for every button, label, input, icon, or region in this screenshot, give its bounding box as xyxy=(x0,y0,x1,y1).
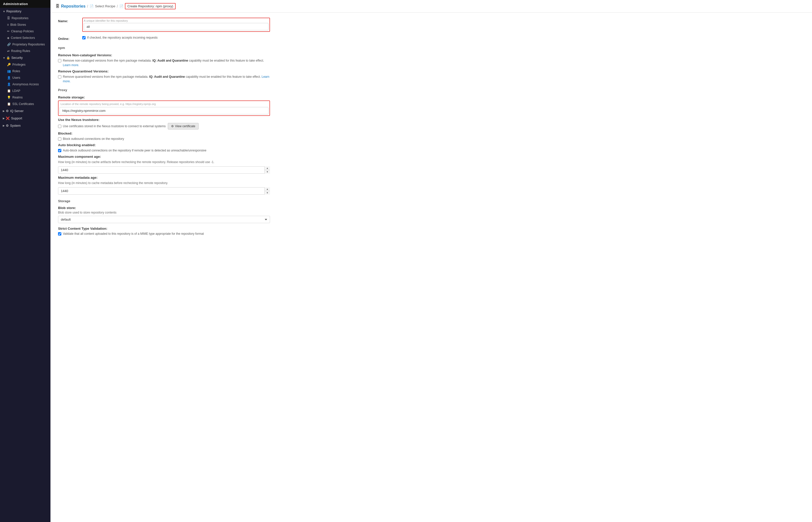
remove-quarantined-block: Remove Quarantined Versions: Remove quar… xyxy=(58,69,270,83)
sidebar-section-repository[interactable]: ▼ Repository xyxy=(0,8,50,15)
auto-blocking-desc: Auto-block outbound connections on the r… xyxy=(63,148,206,153)
sidebar-item-blob-stores-label: Blob Stores xyxy=(11,23,26,26)
sidebar-item-routing-rules[interactable]: ⇌ Routing Rules xyxy=(0,48,50,54)
strict-content-desc: Validate that all content uploaded to th… xyxy=(63,232,204,236)
blob-store-block: Blob store: Blob store used to store rep… xyxy=(58,206,270,223)
npm-section-label: npm xyxy=(58,46,270,51)
remove-quarantined-checkbox[interactable] xyxy=(58,75,61,79)
remote-storage-input[interactable] xyxy=(60,107,269,114)
ldap-icon: 📋 xyxy=(7,89,11,93)
remove-quarantined-row: Remove quarantined versions from the npm… xyxy=(58,75,270,83)
caret-iq: ▶ xyxy=(3,109,5,112)
online-checkbox[interactable] xyxy=(82,36,86,39)
sidebar-item-cleanup-label: Cleanup Policies xyxy=(11,29,34,33)
online-checkbox-row: If checked, the repository accepts incom… xyxy=(82,35,270,40)
repo-breadcrumb-icon: 🗄 xyxy=(56,4,60,8)
strict-content-checkbox[interactable] xyxy=(58,232,61,236)
online-control: If checked, the repository accepts incom… xyxy=(82,35,270,41)
sidebar-item-anonymous-access[interactable]: 👤 Anonymous Access xyxy=(0,81,50,87)
max-metadata-age-input[interactable] xyxy=(58,187,270,195)
sidebar-item-ldap-label: LDAP xyxy=(12,89,20,93)
blob-store-desc: Blob store used to store repository cont… xyxy=(58,211,270,214)
blocked-row: Block outbound connections on the reposi… xyxy=(58,137,270,141)
remote-storage-block: Remote storage: Location of the remote r… xyxy=(58,95,270,116)
auto-blocking-block: Auto blocking enabled: Auto-block outbou… xyxy=(58,143,270,153)
max-component-age-title: Maximum component age: xyxy=(58,155,270,159)
caret-repository: ▼ xyxy=(3,10,5,13)
sidebar-item-routing-label: Routing Rules xyxy=(11,49,30,53)
sidebar-item-proprietary-repos[interactable]: 🔗 Proprietary Repositories xyxy=(0,41,50,48)
remove-non-cataloged-learn-more[interactable]: Learn more. xyxy=(63,63,79,67)
sidebar-item-ssl-certs[interactable]: 📋 SSL Certificates xyxy=(0,101,50,107)
remove-non-cataloged-title: Remove Non-cataloged Versions: xyxy=(58,53,270,57)
max-metadata-age-up[interactable]: ▲ xyxy=(265,187,270,191)
users-icon: 👤 xyxy=(7,76,11,80)
sidebar-section-system-label: System xyxy=(10,124,21,127)
repositories-breadcrumb-link[interactable]: Repositories xyxy=(61,4,86,8)
max-component-age-down[interactable]: ▼ xyxy=(265,170,270,174)
storage-section: Storage Blob store: Blob store used to s… xyxy=(58,199,270,236)
proxy-section-label: Proxy xyxy=(58,88,270,93)
sidebar-item-proprietary-label: Proprietary Repositories xyxy=(12,43,45,46)
remove-non-cataloged-checkbox[interactable] xyxy=(58,59,61,62)
security-lock-icon: 🔒 xyxy=(6,56,10,60)
realms-icon: 💡 xyxy=(7,96,11,99)
blocked-desc: Block outbound connections on the reposi… xyxy=(63,137,124,141)
blocked-checkbox[interactable] xyxy=(58,137,61,141)
sidebar-section-repository-label: Repository xyxy=(6,9,21,13)
online-field-row: Online: If checked, the repository accep… xyxy=(58,35,270,41)
max-component-age-desc: How long (in minutes) to cache artifacts… xyxy=(58,160,270,164)
sidebar-item-cleanup-policies[interactable]: ✏ Cleanup Policies xyxy=(0,28,50,35)
name-input[interactable] xyxy=(84,23,269,30)
max-component-age-spinners: ▲ ▼ xyxy=(265,166,270,174)
sidebar-item-content-selectors[interactable]: ◈ Content Selectors xyxy=(0,35,50,41)
name-label: Name: xyxy=(58,18,78,23)
max-metadata-age-down[interactable]: ▼ xyxy=(265,191,270,195)
sidebar-section-security-label: Security xyxy=(12,56,23,60)
remove-non-cataloged-block: Remove Non-cataloged Versions: Remove no… xyxy=(58,53,270,67)
auto-blocking-title: Auto blocking enabled: xyxy=(58,143,270,147)
remove-quarantined-title: Remove Quarantined Versions: xyxy=(58,69,270,73)
anon-icon: 👤 xyxy=(7,83,11,86)
sidebar-section-support[interactable]: ▶ ❌ Support xyxy=(0,115,50,122)
sidebar-item-blob-stores[interactable]: ≡ Blob Stores xyxy=(0,21,50,28)
remove-non-cataloged-desc: Remove non-cataloged versions from the n… xyxy=(63,58,270,67)
sidebar-section-security[interactable]: ▼ 🔒 Security xyxy=(0,54,50,61)
sidebar-item-repositories[interactable]: 🗄 Repositories xyxy=(0,15,50,21)
online-label: Online: xyxy=(58,35,78,41)
recipe-breadcrumb-icon: 📄 xyxy=(89,4,93,8)
breadcrumb-sep-1: / xyxy=(87,4,88,8)
max-metadata-age-block: Maximum metadata age: How long (in minut… xyxy=(58,176,270,195)
sidebar-section-iq-server[interactable]: ▶ ⚙ IQ Server xyxy=(0,107,50,115)
max-metadata-age-desc: How long (in minutes) to cache metadata … xyxy=(58,181,270,185)
ssl-icon: 📋 xyxy=(7,102,11,106)
support-icon: ❌ xyxy=(6,116,10,120)
sidebar-item-anon-label: Anonymous Access xyxy=(12,83,39,86)
view-certificate-button[interactable]: ⚙ View certificate xyxy=(168,123,199,129)
sidebar-item-users[interactable]: 👤 Users xyxy=(0,75,50,81)
nexus-truststore-checkbox[interactable] xyxy=(58,125,61,128)
max-component-age-up[interactable]: ▲ xyxy=(265,166,270,170)
sidebar-section-support-label: Support xyxy=(11,117,22,120)
view-cert-label: View certificate xyxy=(175,124,195,128)
max-metadata-age-wrap: ▲ ▼ xyxy=(58,187,270,195)
sidebar-item-repositories-label: Repositories xyxy=(12,16,28,20)
caret-security: ▼ xyxy=(3,57,5,59)
auto-blocking-checkbox[interactable] xyxy=(58,149,61,152)
sidebar-item-roles[interactable]: 👥 Roles xyxy=(0,68,50,75)
select-recipe-breadcrumb-link[interactable]: Select Recipe xyxy=(95,4,115,8)
sidebar-section-system[interactable]: ▶ ⚙ System xyxy=(0,122,50,129)
system-icon: ⚙ xyxy=(6,124,9,127)
repositories-icon: 🗄 xyxy=(7,16,10,20)
blob-store-title: Blob store: xyxy=(58,206,270,210)
sidebar-item-ldap[interactable]: 📋 LDAP xyxy=(0,87,50,94)
blocked-block: Blocked: Block outbound connections on t… xyxy=(58,132,270,141)
max-component-age-input[interactable] xyxy=(58,166,270,174)
blob-store-select[interactable]: default xyxy=(58,216,270,223)
sidebar-item-privileges[interactable]: 🔑 Privileges xyxy=(0,61,50,68)
online-hint: If checked, the repository accepts incom… xyxy=(87,35,158,40)
sidebar-item-realms[interactable]: 💡 Realms xyxy=(0,94,50,101)
breadcrumb: 🗄 Repositories / 📄 Select Recipe / 📄 Cre… xyxy=(50,0,812,13)
max-component-age-block: Maximum component age: How long (in minu… xyxy=(58,155,270,174)
main-content: 🗄 Repositories / 📄 Select Recipe / 📄 Cre… xyxy=(50,0,812,522)
